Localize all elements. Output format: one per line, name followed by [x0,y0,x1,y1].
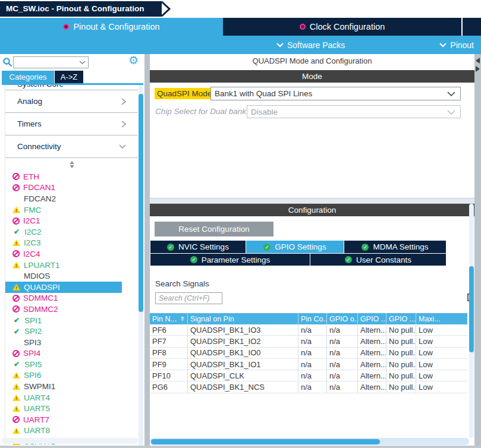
category-analog[interactable]: Analog [5,90,138,113]
tab-next-partial[interactable] [461,18,481,36]
table-cell: n/a [327,370,358,381]
collapse-left-icon[interactable] [476,58,480,64]
reset-configuration-button[interactable]: Reset Configuration [155,222,273,236]
column-header[interactable]: GPIO o... [327,313,358,324]
blocked-icon [12,250,20,257]
table-row[interactable]: PF7QUADSPI_BK1_IO2n/an/aAltern...No pull… [150,336,467,347]
sidebar-item-uart8[interactable]: !UART8 [5,425,138,437]
tab-mdma-settings[interactable]: ✓ MDMA Settings [344,241,446,253]
table-row[interactable]: PF8QUADSPI_BK1_IO0n/an/aAltern...No pull… [150,348,467,359]
vertical-splitter[interactable] [144,54,150,446]
sidebar-tab-a-to-z[interactable]: A->Z [55,71,83,83]
check-circle-icon: ✓ [263,244,271,251]
chip-select-dropdown: Disable [247,105,461,118]
pinout-menu[interactable]: Pinout [439,36,474,54]
sidebar-item-fdcan1[interactable]: FDCAN1 [5,182,138,194]
sidebar-item-spi4[interactable]: SPI4 [5,348,138,359]
panel-hscrollbar[interactable] [150,438,469,445]
sidebar-item-spi5[interactable]: ✔SPI5 [5,359,138,370]
sidebar-item-label: SPI5 [24,360,42,369]
blocked-icon [12,295,20,302]
tab-gpio-settings[interactable]: ✓ GPIO Settings [246,241,344,253]
sidebar-item-spi2[interactable]: ✔SPI2 [5,326,138,337]
sidebar-item-quadspi[interactable]: !QUADSPI [5,282,122,293]
quadspi-mode-dropdown[interactable]: Bank1 with Quad SPI Lines [210,87,461,100]
search-icon [2,57,13,68]
table-cell: n/a [327,336,358,346]
table-cell: n/a [298,336,327,346]
tab-user-constants[interactable]: ✓ User Constants [310,254,446,266]
config-scrollbar-thumb[interactable] [469,266,474,352]
column-header[interactable]: Pin Co... [298,313,327,324]
tab-label: Parameter Settings [202,255,271,264]
sidebar-item-spi1[interactable]: ✔SPI1 [5,315,138,326]
list-scroll-spinner[interactable] [5,158,138,171]
tab-clock-configuration[interactable]: Clock Configuration [223,18,461,36]
panel-collapse-strip[interactable] [474,54,481,446]
stm32cubemx-window: MC_SW.ioc - Pinout & Configuration Pinou… [0,0,481,448]
tab-label: Pinout & Configuration [73,22,159,31]
table-row[interactable]: PG6QUADSPI_BK1_NCSn/an/aAltern...No pull… [150,381,467,393]
category-label: Connectivity [17,142,61,151]
sidebar-item-sdmmc2[interactable]: SDMMC2 [5,304,138,315]
sidebar-item-uart4[interactable]: !UART4 [5,392,138,403]
main-tabbar: Pinout & Configuration Clock Configurati… [0,18,481,36]
sidebar-item-i2c2[interactable]: ✔I2C2 [5,226,138,238]
sidebar-item-fmc[interactable]: !FMC [5,204,138,216]
table-row[interactable]: PF10QUADSPI_CLKn/an/aAltern...No pull...… [150,370,467,381]
sidebar-item-i2c1[interactable]: I2C1 [5,215,138,226]
sidebar-item-i2c4[interactable]: I2C4 [5,248,138,260]
sidebar-search-input[interactable] [14,58,76,67]
sidebar-item-fdcan2[interactable]: FDCAN2 [5,193,138,204]
blocked-icon [12,184,20,191]
sidebar-scrollbar[interactable] [139,85,143,446]
tab-pinout-configuration[interactable]: Pinout & Configuration [0,18,223,36]
collapse-right-icon[interactable] [476,66,480,72]
tab-nvic-settings[interactable]: ✓ NVIC Settings [150,241,246,253]
sidebar-item-sdmmc1[interactable]: SDMMC1 [5,293,138,304]
table-cell: Low [416,324,467,335]
software-packs-menu[interactable]: Software Packs [276,36,345,54]
category-connectivity[interactable]: Connectivity [5,135,138,158]
chevron-down-icon[interactable] [79,61,86,65]
sidebar-scrollbar-thumb[interactable] [139,94,143,312]
category-system-core-clipped[interactable]: System Core [5,85,138,90]
warning-icon: ! [12,284,20,291]
sidebar-item-lpuart1[interactable]: !LPUART1 [5,260,138,271]
column-header[interactable]: Pin N... [150,313,188,324]
column-header[interactable]: Maxi... [416,313,467,324]
gear-icon[interactable]: ⚙ [128,55,139,67]
table-row[interactable]: PF6QUADSPI_BK1_IO3n/an/aAltern...No pull… [150,324,467,336]
sidebar-search-combobox[interactable] [13,56,89,68]
category-label: Analog [17,97,42,106]
sidebar-item-spi6[interactable]: !SPI6 [5,370,138,381]
tab-label: Clock Configuration [310,22,385,31]
panel-hscrollbar-thumb[interactable] [151,439,380,444]
table-cell: QUADSPI_BK1_IO0 [188,348,298,358]
sidebar-item-i2c3[interactable]: !I2C3 [5,238,138,249]
horizontal-splitter[interactable] [150,198,474,204]
tab-parameter-settings[interactable]: ✓ Parameter Settings [150,254,310,266]
column-header[interactable]: GPIO ... [358,313,386,324]
category-label: System Core [5,85,138,89]
sidebar-hscroll-track[interactable] [2,438,138,444]
table-cell: n/a [327,324,358,335]
sidebar-item-eth[interactable]: ETH [5,171,138,182]
sidebar-item-spi3[interactable]: SPI3 [5,337,138,348]
config-scrollbar[interactable] [469,204,474,438]
tab-label: User Constants [356,255,411,264]
blocked-icon [12,350,20,357]
table-row[interactable]: PF9QUADSPI_BK1_IO1n/an/aAltern...No pull… [150,359,467,370]
category-timers[interactable]: Timers [5,113,138,135]
column-header[interactable]: GPIO ... [386,313,416,324]
sidebar-item-mdios[interactable]: MDIOS [5,270,138,282]
signals-search-input[interactable] [155,292,222,304]
sidebar-item-uart5[interactable]: !UART5 [5,403,138,414]
chip-select-label: Chip Select for Dual bank [155,107,246,116]
sidebar-item-swpmi1[interactable]: !SWPMI1 [5,381,138,392]
column-header[interactable]: Signal on Pin [188,313,298,324]
sort-icon[interactable] [181,316,184,321]
table-cell: n/a [298,359,327,370]
sidebar-item-uart7[interactable]: UART7 [5,414,138,425]
sidebar-tab-categories[interactable]: Categories [2,71,54,83]
